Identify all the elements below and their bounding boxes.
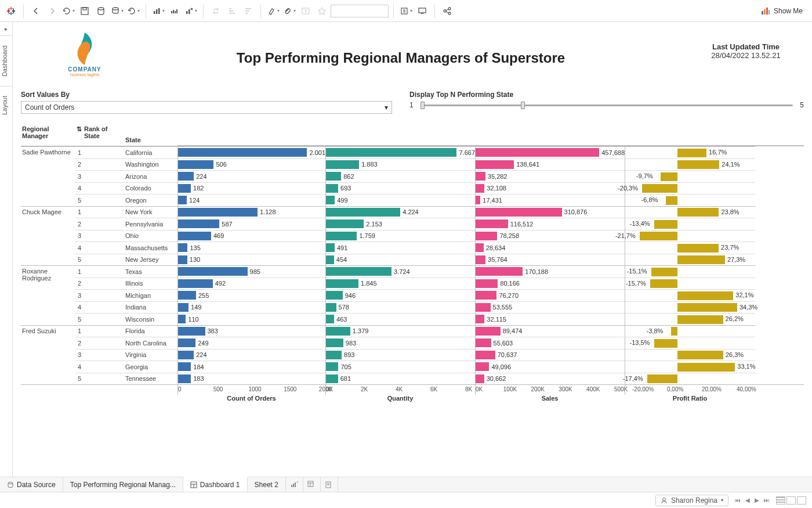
topn-slider[interactable] [420, 105, 793, 106]
nav-prev-icon[interactable]: ◀ [744, 496, 752, 505]
bar-orders[interactable] [178, 351, 194, 359]
bar-orders[interactable] [178, 172, 194, 181]
tab-sheet-2[interactable]: Sheet 2 [248, 477, 286, 492]
bar-sales[interactable] [476, 267, 523, 276]
bar-qty[interactable] [326, 160, 359, 169]
bar-qty[interactable] [326, 219, 364, 228]
bar-sales[interactable] [476, 172, 485, 181]
new-story-button[interactable] [321, 477, 338, 492]
bar-orders[interactable] [178, 196, 187, 204]
bar-profit[interactable] [677, 363, 735, 372]
new-dashboard-button[interactable] [303, 477, 321, 492]
new-datasource-icon[interactable] [93, 3, 108, 19]
bar-profit[interactable] [677, 149, 706, 157]
bar-sales[interactable] [476, 255, 485, 264]
bar-sales[interactable] [476, 148, 599, 157]
bar-orders[interactable] [178, 362, 191, 371]
bar-profit[interactable] [642, 184, 677, 193]
bar-profit[interactable] [677, 291, 733, 300]
bar-sales[interactable] [476, 362, 489, 371]
tab-sheet-managers[interactable]: Top Performing Regional Manag... [63, 477, 183, 492]
new-worksheet-icon[interactable] [151, 3, 166, 19]
bar-profit[interactable] [666, 196, 677, 205]
bar-qty[interactable] [326, 196, 335, 204]
bar-sales[interactable] [476, 327, 501, 336]
bar-sales[interactable] [476, 208, 562, 217]
bar-profit[interactable] [640, 232, 677, 240]
rail-tab-layout[interactable]: Layout [0, 86, 12, 124]
attach-icon[interactable] [282, 3, 297, 19]
expand-rail-icon[interactable]: ▸ [1, 22, 11, 35]
tab-datasource[interactable]: Data Source [0, 477, 63, 492]
show-me-button[interactable]: Show Me [755, 4, 809, 18]
forward-icon[interactable] [45, 3, 60, 19]
bar-sales[interactable] [476, 315, 484, 323]
bar-sales[interactable] [476, 338, 491, 347]
bar-profit[interactable] [654, 220, 677, 229]
tableau-logo-icon[interactable] [3, 3, 19, 19]
highlight-icon[interactable] [266, 3, 281, 19]
rail-tab-dashboard[interactable]: Dashboard [0, 35, 12, 86]
star-icon[interactable] [314, 3, 329, 19]
bar-profit[interactable] [651, 268, 677, 276]
share-icon[interactable] [440, 3, 455, 19]
bar-profit[interactable] [647, 374, 677, 383]
slider-thumb-left[interactable] [420, 102, 425, 109]
bar-orders[interactable] [178, 232, 211, 240]
bar-qty[interactable] [326, 232, 357, 240]
bar-qty[interactable] [326, 243, 335, 252]
bar-qty[interactable] [326, 184, 338, 193]
bar-profit[interactable] [677, 315, 723, 324]
user-menu[interactable]: Sharon Regina ▾ [655, 495, 728, 506]
bar-sales[interactable] [476, 279, 498, 288]
bar-sales[interactable] [476, 351, 495, 359]
bar-orders[interactable] [178, 291, 196, 300]
bar-profit[interactable] [677, 244, 719, 253]
nav-next-icon[interactable]: ▶ [753, 496, 761, 505]
bar-orders[interactable] [178, 208, 258, 217]
bar-qty[interactable] [326, 291, 343, 300]
new-worksheet-button[interactable]: + [286, 477, 303, 492]
bar-orders[interactable] [178, 338, 195, 347]
bar-orders[interactable] [178, 279, 213, 288]
bar-qty[interactable] [326, 208, 400, 217]
back-icon[interactable] [28, 3, 44, 19]
bar-profit[interactable] [661, 172, 677, 181]
sort-desc-icon[interactable] [241, 3, 256, 19]
bar-profit[interactable] [677, 160, 719, 169]
bar-sales[interactable] [476, 243, 484, 252]
view-tabs-icon[interactable] [776, 496, 785, 505]
view-filmstrip-icon[interactable] [786, 496, 796, 505]
duplicate-sheet-icon[interactable] [167, 3, 182, 19]
undo-icon[interactable] [61, 3, 76, 19]
clear-sheet-icon[interactable] [183, 3, 198, 19]
bar-qty[interactable] [326, 362, 338, 371]
col-header-rank[interactable]: ⇅ Rank of State [75, 123, 123, 146]
bar-orders[interactable] [178, 243, 187, 252]
bar-profit[interactable] [677, 351, 723, 359]
bar-qty[interactable] [326, 148, 456, 157]
bar-sales[interactable] [476, 303, 491, 312]
bar-profit[interactable] [677, 208, 719, 217]
bar-qty[interactable] [326, 172, 341, 181]
bar-qty[interactable] [326, 279, 358, 288]
bar-sales[interactable] [476, 291, 496, 300]
presentation-icon[interactable] [415, 3, 430, 19]
bar-qty[interactable] [326, 374, 338, 383]
swap-icon[interactable] [208, 3, 223, 19]
bar-orders[interactable] [178, 267, 248, 276]
bar-qty[interactable] [326, 327, 350, 336]
bar-qty[interactable] [326, 303, 336, 312]
bar-orders[interactable] [178, 160, 213, 169]
bar-sales[interactable] [476, 160, 514, 169]
nav-last-icon[interactable]: ⏭ [762, 496, 771, 505]
autosave-icon[interactable] [110, 3, 125, 19]
bar-sales[interactable] [476, 232, 497, 240]
tab-dashboard-1[interactable]: Dashboard 1 [183, 477, 248, 492]
bar-sales[interactable] [476, 219, 508, 228]
bar-profit[interactable] [650, 279, 677, 288]
bar-profit[interactable] [671, 327, 677, 336]
bar-orders[interactable] [178, 184, 191, 193]
bar-orders[interactable] [178, 374, 191, 383]
bar-qty[interactable] [326, 267, 392, 276]
